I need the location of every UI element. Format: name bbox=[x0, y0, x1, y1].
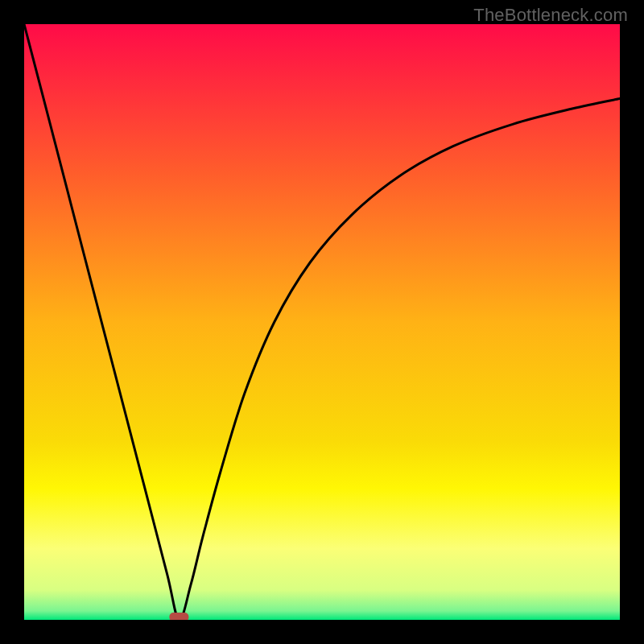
gradient-background bbox=[24, 24, 620, 620]
optimum-marker bbox=[169, 613, 188, 620]
attribution-text: TheBottleneck.com bbox=[473, 5, 628, 26]
chart-frame bbox=[24, 24, 620, 620]
chart-plot bbox=[24, 24, 620, 620]
